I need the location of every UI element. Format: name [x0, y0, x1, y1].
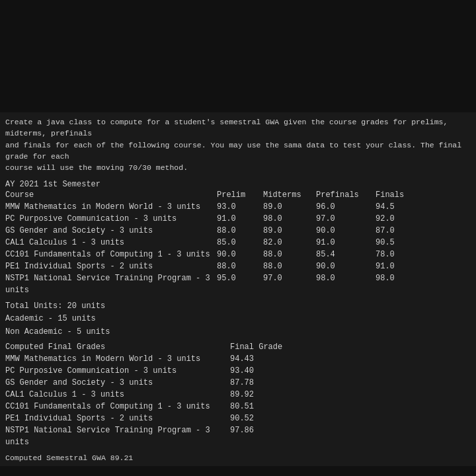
row-course: CAL1 Calculus 1 - 3 units — [5, 237, 217, 249]
row-course: PE1 Individual Sports - 2 units — [5, 260, 217, 272]
row-prefinals: 85.4 — [316, 249, 376, 260]
row-midterms: 97.0 — [263, 272, 316, 296]
fg-row-course: CC101 Fundamentals of Computing 1 - 3 un… — [5, 401, 230, 413]
row-course: MMW Mathematics in Modern World - 3 unit… — [5, 201, 217, 213]
table-row: PC Purposive Communication - 3 units 91.… — [5, 213, 471, 225]
total-units: Total Units: 20 units — [5, 300, 471, 313]
fg-row-grade: 87.78 — [230, 377, 296, 389]
fg-row-grade: 93.40 — [230, 365, 296, 377]
final-grade-row: PE1 Individual Sports - 2 units 90.52 — [5, 413, 471, 424]
row-finals: 78.0 — [376, 249, 415, 260]
content-area: Create a java class to compute for a stu… — [0, 112, 476, 466]
row-finals: 91.0 — [376, 260, 415, 272]
prompt-line1: Create a java class to compute for a stu… — [5, 116, 471, 139]
header-midterms: Midterms — [263, 190, 316, 200]
row-course: NSTP1 National Service Training Program … — [5, 272, 217, 296]
totals-block: Total Units: 20 units Academic - 15 unit… — [5, 300, 471, 338]
prompt-line3: course will use the moving 70/30 method. — [5, 162, 471, 173]
row-midterms: 82.0 — [263, 237, 316, 249]
prompt-line2: and finals for each of the following cou… — [5, 139, 471, 163]
row-finals: 87.0 — [376, 225, 415, 237]
final-grades-body: MMW Mathematics in Modern World - 3 unit… — [5, 353, 471, 448]
fg-row-course: PE1 Individual Sports - 2 units — [5, 413, 230, 424]
table-row: NSTP1 National Service Training Program … — [5, 272, 471, 296]
fg-row-grade: 80.51 — [230, 401, 296, 413]
row-course: GS Gender and Society - 3 units — [5, 225, 217, 237]
fg-row-course: PC Purposive Communication - 3 units — [5, 365, 230, 377]
computed-gwa: Computed Semestral GWA 89.21 — [5, 454, 471, 462]
fg-row-grade: 97.86 — [230, 424, 296, 448]
row-prefinals: 96.0 — [316, 201, 376, 213]
fg-row-course: NSTP1 National Service Training Program … — [5, 424, 230, 448]
prompt-block: Create a java class to compute for a stu… — [5, 116, 471, 173]
header-finals: Finals — [376, 190, 415, 200]
fg-header-course: Computed Final Grades — [5, 342, 230, 352]
row-finals: 98.0 — [376, 272, 415, 296]
final-grade-row: MMW Mathematics in Modern World - 3 unit… — [5, 353, 471, 365]
fg-row-course: GS Gender and Society - 3 units — [5, 377, 230, 389]
table-row: CAL1 Calculus 1 - 3 units 85.0 82.0 91.0… — [5, 237, 471, 249]
row-prefinals: 98.0 — [316, 272, 376, 296]
table-row: PE1 Individual Sports - 2 units 88.0 88.… — [5, 260, 471, 272]
row-course: PC Purposive Communication - 3 units — [5, 213, 217, 225]
course-table-body: MMW Mathematics in Modern World - 3 unit… — [5, 201, 471, 296]
row-prefinals: 90.0 — [316, 260, 376, 272]
row-prelim: 90.0 — [217, 249, 263, 260]
final-grade-row: NSTP1 National Service Training Program … — [5, 424, 471, 448]
row-prelim: 91.0 — [217, 213, 263, 225]
row-prelim: 85.0 — [217, 237, 263, 249]
row-finals: 90.5 — [376, 237, 415, 249]
top-black-area — [0, 0, 476, 112]
fg-row-course: MMW Mathematics in Modern World - 3 unit… — [5, 353, 230, 365]
row-midterms: 88.0 — [263, 249, 316, 260]
row-midterms: 88.0 — [263, 260, 316, 272]
academic-units: Academic - 15 units — [5, 313, 471, 325]
non-academic-units: Non Academic - 5 units — [5, 326, 471, 338]
fg-header-grade: Final Grade — [230, 342, 296, 352]
bottom-black-area — [0, 466, 476, 476]
table-header-row: Course Prelim Midterms Prefinals Finals — [5, 190, 471, 200]
header-course: Course — [5, 190, 217, 200]
header-prelim: Prelim — [217, 190, 263, 200]
semester-label: AY 2021 1st Semester — [5, 180, 471, 189]
row-midterms: 89.0 — [263, 225, 316, 237]
table-row: MMW Mathematics in Modern World - 3 unit… — [5, 201, 471, 213]
final-grades-header: Computed Final Grades Final Grade — [5, 342, 471, 352]
row-course: CC101 Fundamentals of Computing 1 - 3 un… — [5, 249, 217, 260]
row-prefinals: 91.0 — [316, 237, 376, 249]
row-finals: 94.5 — [376, 201, 415, 213]
final-grade-row: CC101 Fundamentals of Computing 1 - 3 un… — [5, 401, 471, 413]
table-row: CC101 Fundamentals of Computing 1 - 3 un… — [5, 249, 471, 260]
row-prefinals: 90.0 — [316, 225, 376, 237]
fg-row-course: CAL1 Calculus 1 - 3 units — [5, 389, 230, 401]
row-midterms: 98.0 — [263, 213, 316, 225]
row-finals: 92.0 — [376, 213, 415, 225]
row-prelim: 95.0 — [217, 272, 263, 296]
row-prelim: 88.0 — [217, 260, 263, 272]
fg-row-grade: 89.92 — [230, 389, 296, 401]
row-prefinals: 97.0 — [316, 213, 376, 225]
row-midterms: 89.0 — [263, 201, 316, 213]
final-grade-row: PC Purposive Communication - 3 units 93.… — [5, 365, 471, 377]
row-prelim: 88.0 — [217, 225, 263, 237]
fg-row-grade: 90.52 — [230, 413, 296, 424]
final-grade-row: GS Gender and Society - 3 units 87.78 — [5, 377, 471, 389]
final-grade-row: CAL1 Calculus 1 - 3 units 89.92 — [5, 389, 471, 401]
fg-row-grade: 94.43 — [230, 353, 296, 365]
row-prelim: 93.0 — [217, 201, 263, 213]
table-row: GS Gender and Society - 3 units 88.0 89.… — [5, 225, 471, 237]
header-prefinals: Prefinals — [316, 190, 376, 200]
